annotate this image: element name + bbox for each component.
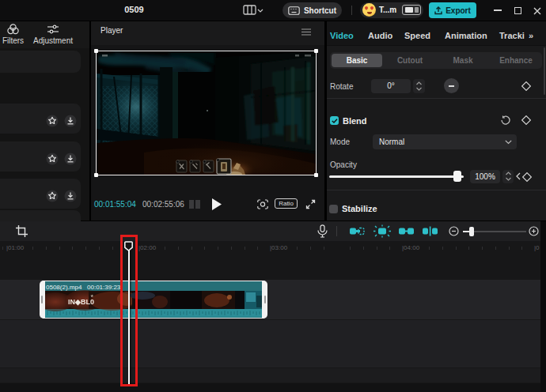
svg-text:IN◆BL0: IN◆BL0 <box>68 298 94 306</box>
svg-text:0508(2).mp4 00:01:39:23: 0508(2).mp4 00:01:39:23 <box>46 284 121 291</box>
svg-text:★: ★ <box>90 293 94 298</box>
